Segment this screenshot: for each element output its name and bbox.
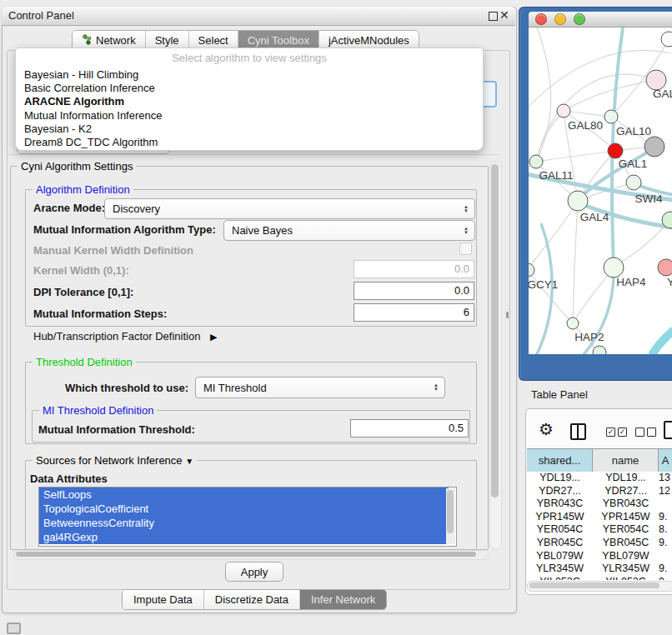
table-cell: 0	[659, 576, 672, 580]
close-icon[interactable]: ✕	[499, 8, 509, 22]
network-node[interactable]	[529, 155, 543, 168]
algorithm-option[interactable]: ARACNE Algorithm	[16, 95, 483, 108]
combo-arrows-icon: ▲▼	[459, 205, 473, 213]
hub-definition-toggle[interactable]: Hub/Transcription Factor Definition ▶	[33, 330, 217, 342]
table-cell: YLR345W	[527, 562, 593, 576]
table-row[interactable]: YBR045CYBR045C9.	[527, 537, 672, 550]
close-traffic-light[interactable]	[535, 13, 547, 25]
gear-icon[interactable]: ⚙	[539, 420, 554, 438]
network-node[interactable]	[567, 318, 579, 329]
columns-icon[interactable]	[570, 423, 586, 440]
tab-discretize-data[interactable]: Discretize Data	[203, 590, 299, 609]
algorithm-option[interactable]: Basic Correlation Inference	[16, 82, 483, 95]
table-cell: YBL079W	[527, 550, 593, 563]
table-cell: YLR345W	[593, 562, 659, 576]
network-node[interactable]	[529, 263, 534, 277]
table-cell: YIL052C	[527, 576, 593, 580]
network-node[interactable]	[658, 259, 672, 276]
table-cell: YDL19...	[527, 472, 593, 485]
attribute-item[interactable]: SelfLoops	[39, 488, 449, 502]
node-label: GCY1	[529, 278, 558, 291]
aracne-mode-select[interactable]: Discovery ▲▼	[104, 198, 475, 219]
table-row[interactable]: YPR145WYPR145W9.	[527, 511, 672, 524]
algorithm-option[interactable]: Bayesian - Hill Climbing	[16, 68, 483, 82]
table-header-row: shared... name A	[527, 448, 672, 472]
attribute-item[interactable]: gal4RGexp	[39, 530, 449, 544]
deselect-all-checks-icon[interactable]	[635, 428, 656, 437]
sources-group-title[interactable]: Sources for Network Inference ▼	[33, 454, 197, 467]
algorithm-option[interactable]: Dream8 DC_TDC Algorithm	[16, 136, 483, 149]
apply-button[interactable]: Apply	[225, 562, 283, 582]
group-title: MI Threshold Definition	[39, 404, 157, 417]
tab-infer-network[interactable]: Infer Network	[299, 590, 386, 609]
node-label: GAL4	[580, 211, 609, 223]
attribute-item[interactable]: BetweennessCentrality	[39, 516, 449, 530]
column-header-shared-name[interactable]: shared...	[527, 449, 593, 472]
node-label: GAL10	[616, 125, 651, 138]
algorithm-dropdown-popup: Select algorithm to view settings Bayesi…	[15, 48, 484, 151]
control-panel-title: Control Panel	[8, 9, 74, 22]
float-window-icon[interactable]	[489, 12, 498, 21]
data-attributes-list[interactable]: SelfLoopsTopologicalCoefficientBetweenne…	[38, 487, 457, 547]
node-label: Y	[667, 276, 672, 288]
table-row[interactable]: YBL079WYBL079W	[527, 550, 672, 563]
group-title: Threshold Definition	[33, 356, 136, 368]
network-node[interactable]	[604, 110, 618, 123]
mi-algorithm-type-select[interactable]: Naive Bayes ▲▼	[223, 220, 475, 241]
node-label: GAL1	[619, 158, 648, 170]
document-icon[interactable]	[664, 421, 672, 439]
table-cell: 12	[659, 485, 672, 498]
splitter-handle[interactable]	[506, 312, 509, 318]
network-window-titlebar[interactable]	[529, 12, 672, 28]
table-row[interactable]: YDR27...YDR27...12	[527, 485, 672, 498]
node-label: HAP2	[574, 331, 604, 343]
column-header-name[interactable]: name	[593, 449, 659, 472]
expand-right-icon: ▶	[210, 332, 217, 342]
tab-impute-data[interactable]: Impute Data	[123, 590, 203, 609]
table-row[interactable]: YBR043CYBR043C	[527, 498, 672, 511]
mi-steps-input[interactable]: 6	[354, 303, 474, 322]
table-body[interactable]: YDL19...YDL19...13YDR27...YDR27...12YBR0…	[527, 472, 672, 580]
table-cell: YBL079W	[593, 550, 659, 563]
collapse-down-icon: ▼	[185, 457, 193, 466]
kernel-width-input[interactable]: 0.0	[354, 260, 474, 278]
network-canvas[interactable]: GALGAL80GAL10GAL1GAL11SWI4GAL4GCY1HAP4YH…	[529, 28, 672, 354]
attribute-item[interactable]: TopologicalCoefficient	[39, 502, 449, 516]
table-cell: 8.	[659, 523, 672, 537]
mi-threshold-input[interactable]: 0.5	[350, 419, 469, 438]
network-graph: GALGAL80GAL10GAL1GAL11SWI4GAL4GCY1HAP4YH…	[529, 28, 672, 354]
network-node[interactable]	[626, 175, 641, 190]
dpi-tolerance-input[interactable]: 0.0	[354, 282, 474, 300]
zoom-traffic-light[interactable]	[574, 13, 585, 25]
which-threshold-select[interactable]: MI Threshold ▲▼	[195, 377, 445, 398]
divider	[8, 154, 499, 155]
network-node[interactable]	[644, 137, 664, 157]
control-panel-titlebar[interactable]	[2, 7, 515, 26]
table-row[interactable]: YLR345WYLR345W9.	[527, 562, 672, 576]
node-label: GAL80	[568, 119, 603, 132]
network-node[interactable]	[661, 32, 672, 47]
network-node[interactable]	[568, 191, 588, 211]
bottom-tab-bar: Impute Data Discretize Data Infer Networ…	[122, 589, 387, 610]
table-row[interactable]: YDL19...YDL19...13	[527, 472, 672, 485]
kernel-width-label: Kernel Width (0,1):	[33, 264, 129, 277]
algorithm-option[interactable]: Mutual Information Inference	[16, 109, 483, 122]
table-horizontal-scrollbar[interactable]	[527, 581, 672, 592]
docked-panel-icon[interactable]	[7, 622, 21, 634]
settings-vertical-scrollbar[interactable]	[489, 161, 502, 550]
table-row[interactable]: YER054CYER054C8.	[527, 523, 672, 537]
table-cell: YER054C	[593, 523, 659, 537]
list-scrollbar[interactable]	[446, 488, 455, 544]
network-node[interactable]	[608, 143, 623, 158]
algorithm-option[interactable]: Bayesian - K2	[16, 122, 483, 136]
column-header-partial[interactable]: A	[659, 449, 672, 472]
table-row[interactable]: YIL052CYIL052C0	[527, 576, 672, 580]
manual-kernel-width-checkbox[interactable]	[459, 242, 472, 255]
network-node[interactable]	[557, 104, 570, 118]
settings-horizontal-scrollbar[interactable]	[13, 550, 489, 560]
table-cell: 9.	[659, 537, 672, 550]
select-all-checks-icon[interactable]: ✓✓	[606, 428, 627, 437]
minimize-traffic-light[interactable]	[554, 13, 566, 25]
node-label: GAL	[653, 88, 672, 100]
network-node[interactable]	[604, 258, 624, 278]
